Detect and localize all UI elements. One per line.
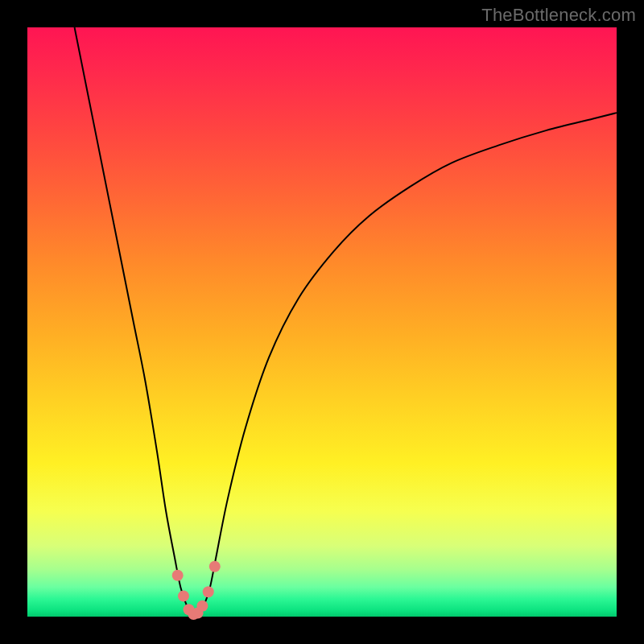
- bottleneck-curve: [75, 27, 617, 615]
- fit-dot: [172, 570, 184, 581]
- fit-dot: [209, 561, 221, 572]
- plot-area: [27, 27, 617, 617]
- bottleneck-curve-path: [75, 27, 617, 615]
- chart-frame: TheBottleneck.com: [0, 0, 644, 644]
- fit-dot: [203, 586, 214, 597]
- fit-dot: [178, 590, 189, 601]
- watermark-text: TheBottleneck.com: [481, 5, 636, 26]
- curve-svg: [27, 27, 617, 617]
- fit-region-dots: [172, 561, 221, 620]
- fit-dot: [196, 601, 208, 612]
